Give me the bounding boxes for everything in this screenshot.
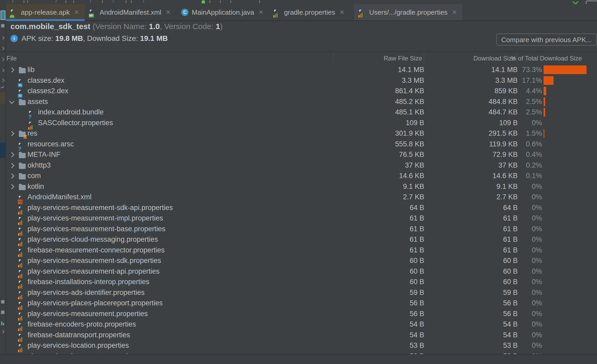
download-pct-bar — [544, 108, 545, 117]
table-row[interactable]: play-services-measurement-sdk-api.proper… — [0, 202, 597, 213]
table-row[interactable]: lib14.1 MB14.1 MB73.3% — [0, 64, 597, 75]
tab-label: AndroidManifest.xml — [100, 8, 162, 16]
table-row[interactable]: ?index.android.bundle485.1 KB484.7 KB2.5… — [0, 107, 597, 118]
chevron-right-icon[interactable] — [9, 163, 14, 168]
properties-file-icon — [19, 205, 26, 213]
table-row[interactable]: firebase-datatransport.properties54 B54 … — [0, 330, 597, 340]
unknown-file-icon: ? — [19, 141, 26, 150]
properties-file-icon — [19, 237, 26, 245]
properties-file-icon — [19, 216, 26, 224]
table-row[interactable]: play-services-cloud-messaging.properties… — [0, 234, 597, 245]
chevron-right-icon[interactable] — [9, 184, 14, 189]
raw-size-cell: 555.8 KB — [346, 139, 424, 150]
manifest-file-icon: <> — [19, 194, 26, 203]
table-row[interactable]: play-services-places-placereport.propert… — [0, 298, 597, 308]
column-header-pct[interactable]: % of Total Download Size — [503, 52, 582, 64]
properties-file-icon — [359, 8, 366, 16]
folder-icon — [19, 100, 26, 105]
table-row[interactable]: com14.6 KB14.6 KB0.1% — [0, 170, 597, 181]
compare-previous-apk-button[interactable]: Compare with previous APK... — [496, 34, 597, 46]
tool-window-icon[interactable] — [1, 10, 5, 20]
table-row[interactable]: play-services-measurement-sdk.properties… — [0, 255, 597, 266]
pct-cell: 0% — [463, 255, 542, 266]
table-row[interactable]: play-services-location.properties53 B53 … — [0, 340, 597, 351]
column-header-file[interactable]: File — [7, 52, 17, 64]
table-row[interactable]: play-services-ads-identifier.properties5… — [0, 287, 597, 298]
download-pct-bar — [544, 65, 587, 74]
java-class-icon: C — [181, 9, 189, 16]
file-name: play-services-measurement.properties — [27, 308, 148, 319]
table-row[interactable]: okhttp337 KB37 KB0.2% — [0, 160, 597, 171]
table-header: File Raw File Size Download Size % of To… — [0, 52, 597, 64]
table-row[interactable]: play-services-measurement.properties56 B… — [0, 308, 597, 319]
close-icon[interactable]: ✕ — [452, 9, 457, 16]
info-icon: i — [10, 35, 18, 42]
pct-cell: 2.5% — [463, 96, 542, 107]
apk-title-line: com.mobile_sdk_test (Version Name: 1.0, … — [10, 22, 223, 31]
close-icon[interactable]: ✕ — [258, 9, 264, 16]
properties-file-icon — [19, 343, 26, 351]
chevron-right-icon[interactable] — [9, 131, 14, 136]
dex-file-icon: 01 — [19, 78, 26, 86]
file-name: play-services-measurement-impl.propertie… — [27, 213, 163, 224]
raw-size-cell: 37 KB — [346, 160, 424, 171]
table-row[interactable]: 01classes.dex3.3 MB3.3 MB17.1% — [0, 75, 597, 86]
table-row[interactable]: firebase-measurement-connector.propertie… — [0, 245, 597, 256]
pct-cell: 0% — [463, 245, 542, 256]
chevron-right-icon[interactable] — [9, 67, 14, 73]
chevron-right-icon[interactable] — [1, 36, 4, 40]
status-footer — [0, 355, 597, 364]
table-row[interactable]: SASCollector.properties109 B109 B0% — [0, 118, 597, 128]
file-table: lib14.1 MB14.1 MB73.3%01classes.dex3.3 M… — [0, 64, 597, 354]
editor-tab[interactable]: MFAndroidManifest.xml✕ — [85, 4, 176, 20]
table-row[interactable]: play-services-measurement-impl.propertie… — [0, 213, 597, 224]
chevron-right-icon[interactable] — [9, 152, 14, 157]
raw-size-cell: 14.6 KB — [346, 170, 424, 181]
chevron-down-icon[interactable] — [9, 99, 14, 104]
file-name: classes2.dex — [27, 86, 68, 96]
pct-cell: 0% — [463, 234, 542, 245]
close-icon[interactable]: ✕ — [165, 9, 171, 16]
chevron-right-icon[interactable] — [9, 173, 14, 179]
file-name: SASCollector.properties — [38, 118, 113, 128]
editor-tab[interactable]: app-release.apk✕ — [6, 4, 85, 20]
raw-size-cell: 61 B — [346, 245, 424, 256]
table-row[interactable]: res301.9 KB291.5 KB1.5% — [0, 128, 597, 139]
raw-size-cell: 56 B — [346, 308, 424, 319]
raw-size-cell: 56 B — [346, 298, 424, 308]
table-row[interactable]: ?resources.arsc555.8 KB119.9 KB0.6% — [0, 139, 597, 150]
pct-cell: 0% — [463, 319, 542, 330]
raw-size-cell: 3.3 MB — [346, 75, 424, 86]
editor-tab[interactable]: gradle.properties✕ — [269, 4, 350, 20]
raw-size-cell: 61 B — [346, 224, 424, 234]
table-row[interactable]: firebase-encoders-proto.properties54 B54… — [0, 319, 597, 330]
raw-size-cell: 485.1 KB — [346, 107, 424, 118]
table-row[interactable]: firebase-installations-interop.propertie… — [0, 277, 597, 287]
close-icon[interactable]: ✕ — [339, 9, 345, 16]
table-row[interactable]: play-services-measurement-base.propertie… — [0, 224, 597, 234]
folder-icon — [19, 164, 26, 169]
breadcrumb-separator: / — [143, 0, 145, 4]
table-row[interactable]: <>AndroidManifest.xml2.7 KB2.7 KB0% — [0, 192, 597, 202]
column-divider — [517, 52, 517, 64]
close-icon[interactable]: ✕ — [74, 9, 79, 16]
chevron-right-icon[interactable] — [1, 47, 4, 50]
apk-file-icon — [11, 8, 18, 16]
file-name: play-services-measurement-sdk.properties — [27, 255, 161, 266]
table-row[interactable]: 01classes2.dex861.4 KB859 KB4.4% — [0, 86, 597, 96]
apk-size-line: i APK size: 19.8 MB, Download Size: 19.1… — [10, 34, 168, 43]
table-row[interactable]: META-INF76.5 KB72.9 KB0.4% — [0, 149, 597, 160]
raw-size-cell: 61 B — [346, 234, 424, 245]
table-row[interactable]: play-services-measurement-api.properties… — [0, 266, 597, 277]
table-row[interactable]: assets485.2 KB484.8 KB2.5% — [0, 96, 597, 107]
column-divider — [424, 52, 424, 64]
editor-tab[interactable]: CMainApplication.java✕ — [176, 4, 269, 20]
editor-tab[interactable]: Users/.../gradle.properties✕ — [354, 4, 462, 20]
table-row[interactable]: play-services-basement.properties53 B53 … — [0, 351, 597, 354]
apk-size-value: 19.8 MB — [55, 34, 83, 42]
tool-window-icon[interactable] — [1, 24, 4, 27]
file-name: play-services-location.properties — [27, 340, 129, 351]
properties-file-icon — [19, 258, 26, 266]
table-row[interactable]: kotlin9.1 KB9.1 KB0% — [0, 181, 597, 192]
column-header-raw-size[interactable]: Raw File Size — [344, 52, 422, 64]
